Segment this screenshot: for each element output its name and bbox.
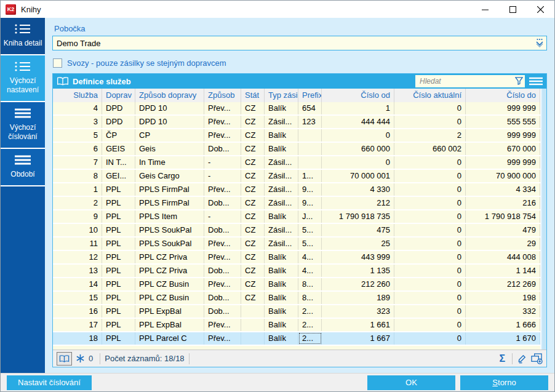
- table-cell[interactable]: PPL: [102, 183, 135, 196]
- storno-button[interactable]: Storno: [460, 375, 548, 390]
- table-cell[interactable]: 0: [322, 156, 394, 169]
- table-cell[interactable]: Dob...: [204, 224, 241, 236]
- table-row[interactable]: 16PPLPPL ExpBalDob...Balík2...3230332: [53, 305, 540, 319]
- table-cell[interactable]: 444 008: [466, 251, 540, 263]
- table-cell[interactable]: 1 666: [466, 319, 540, 331]
- table-cell[interactable]: CP: [135, 129, 204, 142]
- table-cell[interactable]: 0: [394, 102, 466, 114]
- table-cell[interactable]: Zásil...: [265, 183, 298, 196]
- table-cell[interactable]: 4: [53, 102, 102, 114]
- table-cell[interactable]: 123: [298, 116, 322, 128]
- table-cell[interactable]: In Time: [135, 156, 204, 169]
- table-cell[interactable]: CZ: [241, 238, 265, 250]
- table-cell[interactable]: 444 444: [322, 116, 394, 128]
- table-cell[interactable]: Dob...: [204, 265, 241, 277]
- table-cell[interactable]: PPL: [102, 238, 135, 250]
- table-cell[interactable]: 0: [394, 251, 466, 263]
- table-cell[interactable]: J...: [298, 210, 322, 223]
- column-header[interactable]: Typ zási: [265, 89, 298, 102]
- table-row[interactable]: 18PPLPPL Parcel CPřev...Balík2...1 66701…: [53, 332, 540, 346]
- table-cell[interactable]: Balík: [265, 143, 298, 155]
- table-cell[interactable]: Přev...: [204, 278, 241, 290]
- table-cell[interactable]: PPL CZ Priva: [135, 265, 204, 277]
- table-cell[interactable]: PPLS SoukPal: [135, 238, 204, 250]
- table-cell[interactable]: 9...: [298, 197, 322, 209]
- table-cell[interactable]: PPL: [102, 332, 135, 345]
- table-cell[interactable]: Přev...: [204, 183, 241, 196]
- table-cell[interactable]: 189: [322, 292, 394, 304]
- table-cell[interactable]: PPLS FirmPal: [135, 197, 204, 209]
- table-cell[interactable]: 70 000 001: [322, 170, 394, 182]
- table-cell[interactable]: 212 260: [322, 278, 394, 290]
- table-cell[interactable]: CZ: [241, 210, 265, 223]
- table-cell[interactable]: 8...: [298, 292, 322, 304]
- table-cell[interactable]: PPL: [102, 305, 135, 318]
- table-cell[interactable]: PPL ExpBal: [135, 305, 204, 318]
- table-row[interactable]: 12PPLPPL CZ PrivaPřev...CZBalík4...443 9…: [53, 251, 540, 265]
- table-row[interactable]: 8GEI...Geis Cargo-CZZásil...1...70 000 0…: [53, 170, 540, 183]
- table-cell[interactable]: Přev...: [204, 332, 241, 345]
- carrier-checkbox[interactable]: [53, 58, 62, 68]
- table-cell[interactable]: 12: [53, 251, 102, 263]
- table-cell[interactable]: CZ: [241, 102, 265, 114]
- table-cell[interactable]: PPL: [102, 251, 135, 263]
- table-cell[interactable]: 999 999: [466, 129, 540, 142]
- table-cell[interactable]: 2: [53, 197, 102, 209]
- table-cell[interactable]: 0: [322, 129, 394, 142]
- table-row[interactable]: 13PPLPPL CZ PrivaDob...CZBalík4...1 1350…: [53, 265, 540, 278]
- table-cell[interactable]: 70 900 000: [466, 170, 540, 182]
- table-cell[interactable]: -: [204, 210, 241, 223]
- table-cell[interactable]: [298, 143, 322, 155]
- table-cell[interactable]: IN T...: [102, 156, 135, 169]
- table-cell[interactable]: 660 002: [394, 143, 466, 155]
- table-cell[interactable]: 1 135: [322, 265, 394, 277]
- table-cell[interactable]: 0: [394, 170, 466, 182]
- table-cell[interactable]: Balík: [265, 102, 298, 114]
- table-cell[interactable]: 8: [53, 170, 102, 182]
- table-cell[interactable]: DPD 10: [135, 116, 204, 128]
- ok-button[interactable]: OK: [367, 375, 455, 390]
- column-header[interactable]: Číslo aktuální: [394, 89, 466, 102]
- table-cell[interactable]: 0: [394, 278, 466, 290]
- table-cell[interactable]: 9: [53, 210, 102, 223]
- table-cell[interactable]: 0: [394, 197, 466, 209]
- table-cell[interactable]: [241, 332, 265, 345]
- panel-menu-button[interactable]: [528, 75, 544, 87]
- table-cell[interactable]: CZ: [241, 170, 265, 182]
- table-cell[interactable]: Přev...: [204, 116, 241, 128]
- table-cell[interactable]: 11: [53, 238, 102, 250]
- table-row[interactable]: 14PPLPPL CZ BusinPřev...CZBalík8...212 2…: [53, 278, 540, 292]
- table-cell[interactable]: Balík: [265, 251, 298, 263]
- table-row[interactable]: 4DPDDPD 10Přev...CZBalík65410999 999: [53, 102, 540, 116]
- table-cell[interactable]: Balík: [265, 129, 298, 142]
- table-cell[interactable]: Zásil...: [265, 156, 298, 169]
- table-cell[interactable]: CZ: [241, 116, 265, 128]
- table-cell[interactable]: Dob...: [204, 143, 241, 155]
- table-cell[interactable]: 5: [53, 129, 102, 142]
- table-cell[interactable]: 475: [322, 224, 394, 236]
- scrollbar-thumb[interactable]: [542, 89, 546, 350]
- table-cell[interactable]: 555 555: [466, 116, 540, 128]
- table-cell[interactable]: 1 670: [466, 332, 540, 345]
- table-cell[interactable]: 0: [394, 292, 466, 304]
- table-cell[interactable]: 212: [322, 197, 394, 209]
- table-cell[interactable]: GEIS: [102, 143, 135, 155]
- table-cell[interactable]: PPL: [102, 224, 135, 236]
- table-cell[interactable]: 6: [53, 143, 102, 155]
- table-cell[interactable]: PPL CZ Busin: [135, 278, 204, 290]
- table-row[interactable]: 10PPLPPLS SoukPalDob...CZZásil...5...475…: [53, 224, 540, 238]
- table-cell[interactable]: PPL: [102, 265, 135, 277]
- table-cell[interactable]: 1 144: [466, 265, 540, 277]
- table-row[interactable]: 3DPDDPD 10Přev...CZZásil...123444 444055…: [53, 116, 540, 129]
- table-cell[interactable]: PPL Parcel C: [135, 332, 204, 345]
- sidebar-item-vychozi-cislovani[interactable]: Výchozí číslování: [1, 102, 45, 149]
- column-header[interactable]: Číslo od: [322, 89, 394, 102]
- table-cell[interactable]: CZ: [241, 224, 265, 236]
- table-cell[interactable]: PPL CZ Priva: [135, 251, 204, 263]
- table-cell[interactable]: 4...: [298, 251, 322, 263]
- table-cell[interactable]: Balík: [265, 292, 298, 304]
- table-cell[interactable]: 4 330: [322, 183, 394, 196]
- table-cell[interactable]: 0: [394, 265, 466, 277]
- table-cell[interactable]: PPL: [102, 292, 135, 304]
- table-cell[interactable]: 479: [466, 224, 540, 236]
